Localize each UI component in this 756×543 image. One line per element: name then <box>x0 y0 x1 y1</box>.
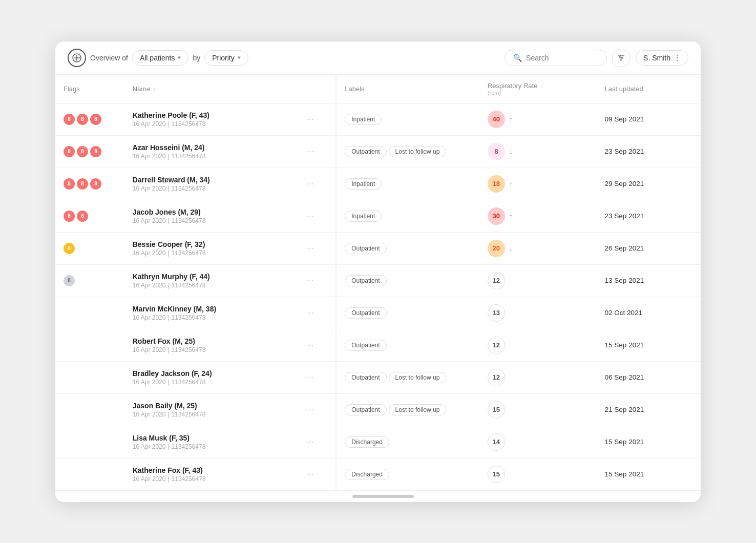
patient-name: Robert Fox (M, 25) <box>133 337 285 345</box>
last-updated-cell: 26 Sep 2021 <box>597 232 701 264</box>
sort-icon: ↕ <box>153 86 156 92</box>
row-actions-button[interactable]: ··· <box>302 306 318 320</box>
search-box[interactable]: 🔍 <box>505 50 607 66</box>
rr-cell: 18 ↑ <box>479 168 597 200</box>
header-right: 🔍 S. Smith ⋮ <box>505 49 688 67</box>
label-tag: Outpatient <box>345 243 386 254</box>
row-actions-button[interactable]: ··· <box>302 113 318 126</box>
flags-cell: 888 <box>55 103 124 135</box>
table-row: 8 Bessie Cooper (F, 32) 16 Apr 2020|1134… <box>55 232 701 264</box>
table-row: 888 Katherine Poole (F, 43) 16 Apr 2020|… <box>55 103 701 135</box>
rr-badge: 14 <box>488 433 505 451</box>
rr-cell: 40 ↑ <box>479 103 597 135</box>
flag-dot: 8 <box>77 114 88 125</box>
rr-cell: 14 <box>479 426 597 458</box>
patient-name-cell[interactable]: Kathryn Murphy (F, 44) 16 Apr 2020|11342… <box>124 264 293 297</box>
table-row: 888 Darrell Steward (M, 34) 16 Apr 2020|… <box>55 168 701 200</box>
search-icon: 🔍 <box>513 54 522 62</box>
flags-cell <box>55 297 124 329</box>
patient-meta: 16 Apr 2020|1134256478 <box>133 314 285 321</box>
row-actions-button[interactable]: ··· <box>302 468 318 481</box>
labels-cell: Discharged <box>336 426 479 458</box>
last-updated-cell: 13 Sep 2021 <box>597 264 701 297</box>
rr-cell: 12 <box>479 361 597 393</box>
all-patients-dropdown[interactable]: All patients ▾ <box>132 50 188 66</box>
arrow-up-icon: ↑ <box>509 180 513 188</box>
row-actions-button[interactable]: ··· <box>302 145 318 158</box>
row-actions-button[interactable]: ··· <box>302 177 318 191</box>
patient-meta: 16 Apr 2020|1134256478 <box>133 379 285 386</box>
row-actions-button[interactable]: ··· <box>302 339 318 352</box>
patient-name-cell[interactable]: Katherine Fox (F, 43) 16 Apr 2020|113425… <box>124 458 293 490</box>
chevron-down-icon: ▾ <box>178 54 181 61</box>
rr-cell: 20 ↓ <box>479 232 597 264</box>
flag-dot: 8 <box>64 211 75 222</box>
last-updated-cell: 15 Sep 2021 <box>597 458 701 490</box>
user-menu-button[interactable]: S. Smith ⋮ <box>636 50 688 66</box>
rr-cell: 8 ↓ <box>479 135 597 168</box>
patient-name-cell[interactable]: Robert Fox (M, 25) 16 Apr 2020|113425647… <box>124 329 293 361</box>
patient-name-cell[interactable]: Darrell Steward (M, 34) 16 Apr 2020|1134… <box>124 168 293 200</box>
horizontal-scrollbar[interactable] <box>352 495 414 498</box>
labels-cell: Inpatient <box>336 103 479 135</box>
labels-cell: Outpatient <box>336 329 479 361</box>
patient-name-cell[interactable]: Bradley Jackson (F, 24) 16 Apr 2020|1134… <box>124 361 293 393</box>
patient-name: Marvin McKinney (M, 38) <box>133 305 285 313</box>
flags-cell <box>55 458 124 490</box>
labels-cell: Outpatient <box>336 297 479 329</box>
labels-cell: Discharged <box>336 458 479 490</box>
patient-name-cell[interactable]: Marvin McKinney (M, 38) 16 Apr 2020|1134… <box>124 297 293 329</box>
row-actions-button[interactable]: ··· <box>302 274 318 287</box>
patient-name: Azar Hosseini (M, 24) <box>133 143 285 152</box>
patient-meta: 16 Apr 2020|1134256478 <box>133 249 285 257</box>
row-actions-button[interactable]: ··· <box>302 403 318 416</box>
filter-button[interactable] <box>612 49 631 67</box>
flag-dot: 8 <box>77 178 88 190</box>
table-row: Bradley Jackson (F, 24) 16 Apr 2020|1134… <box>55 361 701 393</box>
label-tag: Lost to follow up <box>389 146 447 157</box>
rr-badge: 18 <box>488 175 505 193</box>
row-actions-cell: ··· <box>293 458 336 490</box>
patient-name-cell[interactable]: Bessie Cooper (F, 32) 16 Apr 2020|113425… <box>124 232 293 264</box>
table-row: 8 Kathryn Murphy (F, 44) 16 Apr 2020|113… <box>55 264 701 297</box>
search-input[interactable] <box>526 54 598 62</box>
name-header[interactable]: Name ↕ <box>124 75 293 103</box>
patient-name-cell[interactable]: Lisa Musk (F, 35) 16 Apr 2020|1134256478 <box>124 426 293 458</box>
rr-cell: 15 <box>479 393 597 426</box>
label-tag: Discharged <box>345 436 389 448</box>
row-actions-cell: ··· <box>293 264 336 297</box>
svg-point-6 <box>619 55 621 56</box>
row-actions-cell: ··· <box>293 200 336 232</box>
row-actions-cell: ··· <box>293 329 336 361</box>
patient-name-cell[interactable]: Jason Baily (M, 25) 16 Apr 2020|11342564… <box>124 393 293 426</box>
row-actions-button[interactable]: ··· <box>302 371 318 384</box>
logo-icon <box>68 49 86 67</box>
label-tag: Outpatient <box>345 340 386 351</box>
last-updated-cell: 09 Sep 2021 <box>597 103 701 135</box>
patient-name: Lisa Musk (F, 35) <box>133 434 285 442</box>
patient-name: Katherine Poole (F, 43) <box>133 111 285 119</box>
patient-meta: 16 Apr 2020|1134256478 <box>133 282 285 289</box>
rr-header[interactable]: Respiratory Rate (rpm) <box>479 75 597 103</box>
row-actions-button[interactable]: ··· <box>302 242 318 255</box>
priority-dropdown[interactable]: Priority ▾ <box>204 50 248 66</box>
last-updated-cell: 21 Sep 2021 <box>597 393 701 426</box>
flag-dot: 8 <box>90 114 101 125</box>
patient-name-cell[interactable]: Jacob Jones (M, 29) 16 Apr 2020|11342564… <box>124 200 293 232</box>
last-updated-cell: 23 Sep 2021 <box>597 135 701 168</box>
last-updated-cell: 06 Sep 2021 <box>597 361 701 393</box>
labels-cell: OutpatientLost to follow up <box>336 393 479 426</box>
patient-name-cell[interactable]: Katherine Poole (F, 43) 16 Apr 2020|1134… <box>124 103 293 135</box>
labels-cell: Inpatient <box>336 168 479 200</box>
patient-name: Bessie Cooper (F, 32) <box>133 240 285 248</box>
row-actions-button[interactable]: ··· <box>302 435 318 449</box>
patient-name-cell[interactable]: Azar Hosseini (M, 24) 16 Apr 2020|113425… <box>124 135 293 168</box>
table-row: Robert Fox (M, 25) 16 Apr 2020|113425647… <box>55 329 701 361</box>
row-actions-cell: ··· <box>293 426 336 458</box>
rr-badge: 12 <box>488 337 505 354</box>
labels-cell: Outpatient <box>336 232 479 264</box>
row-actions-button[interactable]: ··· <box>302 210 318 223</box>
rr-badge: 40 <box>488 111 505 128</box>
label-tag: Discharged <box>345 469 389 480</box>
last-updated-cell: 02 Oct 2021 <box>597 297 701 329</box>
